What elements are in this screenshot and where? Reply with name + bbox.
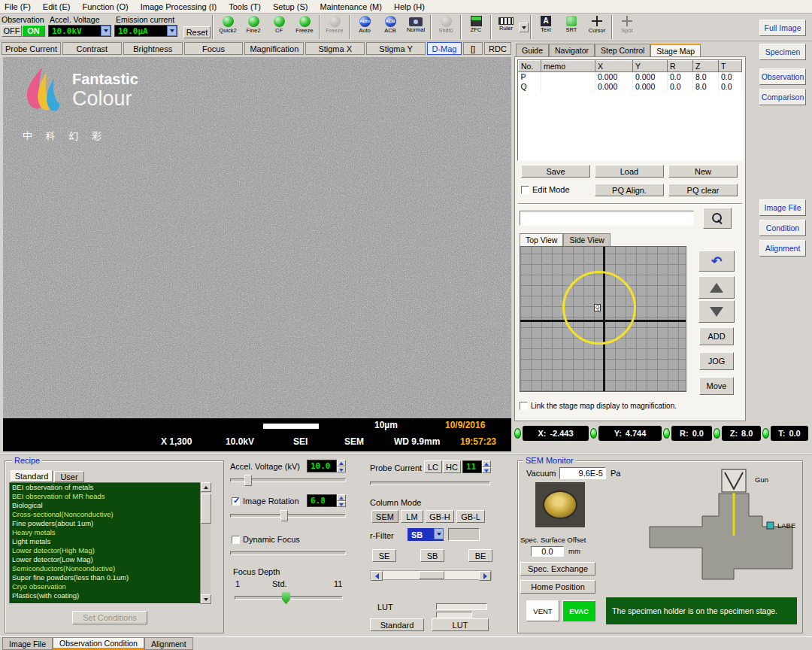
cursor-button[interactable]: Cursor — [584, 14, 610, 41]
full-image-button[interactable]: Full Image — [759, 20, 806, 36]
recipe-list-item[interactable]: Biological — [10, 501, 210, 510]
stage-map-marker[interactable]: Q — [594, 304, 601, 311]
focus-depth-slider[interactable] — [235, 596, 343, 600]
tab-side-view[interactable]: Side View — [563, 233, 611, 246]
image-file-button[interactable]: Image File — [759, 199, 806, 216]
sem-image-view[interactable]: Fantastic Colour 中 科 幻 彩 — [3, 57, 511, 418]
tab-observation-condition[interactable]: Observation Condition — [53, 637, 144, 650]
rdc-button[interactable]: RDC — [484, 42, 511, 55]
zfc-button[interactable]: ZFC — [463, 14, 489, 41]
tab-stage-map[interactable]: Stage Map — [650, 44, 701, 56]
vent-button[interactable]: VENT — [526, 600, 559, 621]
menu-item[interactable]: Help (H) — [394, 2, 425, 11]
condition-button[interactable]: Condition — [759, 220, 806, 236]
srt-button[interactable]: SRT — [559, 14, 584, 41]
accel-voltage-dropdown[interactable]: 10.0kV — [48, 25, 111, 37]
stage-search-input[interactable] — [520, 211, 694, 226]
adjustment-tab[interactable]: Magnification — [244, 42, 304, 55]
recipe-list-item[interactable]: Plastics(with coating) — [10, 591, 210, 600]
move-button[interactable]: Move — [699, 377, 734, 395]
recipe-list-item[interactable]: Semiconductors(Nonconductive) — [10, 564, 210, 573]
recipe-scrollbar[interactable] — [200, 482, 211, 604]
tab-recipe-user[interactable]: User — [54, 471, 84, 482]
adjustment-tab[interactable]: Contrast — [62, 42, 122, 55]
evac-button[interactable]: EVAC — [562, 600, 595, 621]
adjustment-tab[interactable]: Stigma Y — [366, 42, 426, 55]
home-position-button[interactable]: Home Position — [520, 580, 595, 594]
stage-map[interactable]: Q — [520, 246, 686, 392]
scroll-right-icon[interactable] — [479, 571, 491, 581]
tab-top-view[interactable]: Top View — [520, 233, 563, 246]
text-button[interactable]: Text — [533, 14, 559, 41]
pq-align-button[interactable]: PQ Align. — [595, 184, 664, 196]
link-magnification-checkbox[interactable]: Link the stage map display to magnificat… — [520, 402, 677, 410]
ruler-button[interactable]: Ruler — [493, 14, 519, 41]
table-row[interactable]: Q0.0000.0000.08.00.0 — [519, 82, 742, 92]
tab-recipe-standard[interactable]: Standard — [11, 470, 53, 482]
recipe-list-item[interactable]: BEI observation of metals — [10, 483, 210, 492]
tab-image-file[interactable]: Image File — [2, 637, 53, 650]
menu-item[interactable]: Tools (T) — [229, 2, 261, 11]
specimen-button[interactable]: Specimen — [759, 44, 806, 60]
adjustment-tab[interactable]: Focus — [184, 42, 244, 55]
table-row[interactable]: P0.0000.0000.08.00.0 — [519, 72, 742, 82]
recipe-list[interactable]: BEI observation of metalsBEI observation… — [9, 482, 211, 604]
position-table-container[interactable]: No. memo X Y R Z T P0.0000.0000.08.00.0 … — [517, 59, 743, 161]
alignment-button[interactable]: Alignment — [759, 240, 806, 257]
menu-item[interactable]: Edit (E) — [43, 2, 71, 11]
adjustment-tab[interactable]: Probe Current — [2, 42, 61, 55]
recipe-list-item[interactable]: Light metals — [10, 537, 210, 546]
dynamic-focus-slider[interactable] — [230, 551, 346, 555]
tab-step-control[interactable]: Step Control — [595, 44, 650, 56]
scrollbar-thumb[interactable] — [201, 494, 211, 524]
acb-button[interactable]: ACBACB — [377, 14, 403, 41]
chevron-down-icon[interactable] — [101, 26, 111, 36]
menu-item[interactable]: File (F) — [5, 2, 31, 11]
recipe-list-item[interactable]: Cryo observation — [10, 582, 210, 591]
observation-off-button[interactable]: OFF — [2, 25, 22, 37]
up-button[interactable] — [698, 276, 735, 299]
tab-guide[interactable]: Guide — [516, 44, 549, 56]
load-button[interactable]: Load — [595, 165, 664, 178]
edit-mode-checkbox[interactable]: Edit Mode — [521, 185, 570, 194]
detector-scrollbar[interactable] — [370, 570, 492, 580]
image-rotation-spinner[interactable] — [337, 494, 346, 507]
focus-depth-thumb[interactable] — [282, 592, 290, 604]
recipe-list-item[interactable]: Heavy metals — [10, 528, 210, 537]
menu-item[interactable]: Setup (S) — [273, 2, 308, 11]
reset-button[interactable]: Reset — [183, 26, 211, 38]
detector-button[interactable]: SE — [372, 549, 396, 562]
observation-on-button[interactable]: ON — [22, 25, 45, 37]
save-button[interactable]: Save — [521, 165, 590, 178]
slider-thumb[interactable] — [244, 475, 252, 486]
spec-exchange-button[interactable]: Spec. Exchange — [520, 562, 595, 576]
adjustment-tab[interactable]: Brightness — [123, 42, 183, 55]
fine2-button[interactable]: Fine2 — [241, 14, 266, 41]
column-mode-lm-button[interactable]: LM — [401, 510, 423, 523]
normal-button[interactable]: Normal — [403, 14, 429, 41]
recipe-list-item[interactable]: Cross-sectional(Nonconductive) — [10, 510, 210, 519]
freeze-button[interactable]: Freeze — [292, 14, 317, 41]
chevron-down-icon[interactable] — [167, 26, 177, 36]
hc-button[interactable]: HC — [443, 460, 461, 473]
image-rotation-checkbox[interactable]: Image Rotation — [232, 497, 299, 506]
column-mode-gbl-button[interactable]: GB-L — [456, 510, 485, 523]
scrollbar-thumb[interactable] — [419, 571, 444, 579]
probe-current-spinner[interactable] — [482, 460, 491, 473]
dmag-button[interactable]: D-Mag — [427, 42, 462, 55]
observation-button[interactable]: Observation — [759, 68, 806, 85]
adjustment-tab[interactable]: Stigma X — [305, 42, 365, 55]
recipe-list-item[interactable]: Fine powders(about 1um) — [10, 519, 210, 528]
recipe-list-item[interactable]: Super fine powders(less than 0.1um) — [10, 573, 210, 582]
recipe-list-item[interactable]: BEI observation of MR heads — [10, 492, 210, 501]
scroll-down-icon[interactable] — [201, 594, 211, 604]
detector-button[interactable]: SB — [420, 549, 444, 562]
column-mode-sem-button[interactable]: SEM — [371, 510, 398, 523]
pq-clear-button[interactable]: PQ clear — [668, 184, 738, 196]
accel-voltage-spinner[interactable] — [337, 460, 346, 472]
probe-current-slider[interactable] — [370, 481, 490, 485]
down-button[interactable] — [698, 300, 735, 323]
search-button[interactable] — [703, 208, 732, 229]
cf-button[interactable]: CF — [266, 14, 292, 41]
slider-thumb[interactable] — [280, 510, 288, 521]
